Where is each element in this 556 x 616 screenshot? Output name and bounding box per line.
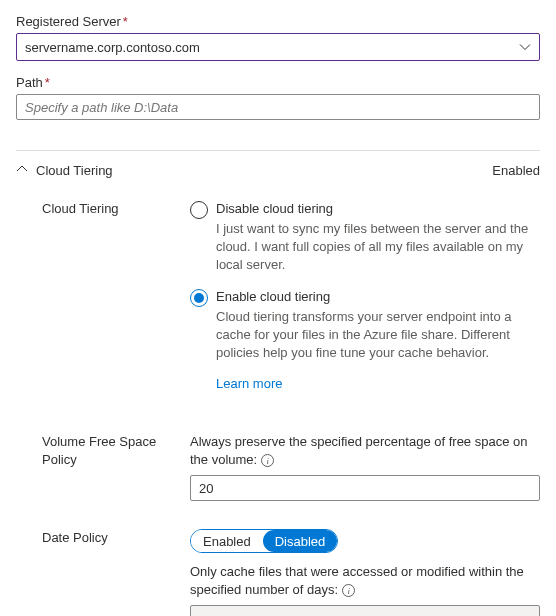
cloud-tiering-section-title: Cloud Tiering	[36, 163, 113, 178]
registered-server-label: Registered Server*	[16, 14, 540, 29]
path-input[interactable]	[16, 94, 540, 120]
disable-option-title: Disable cloud tiering	[216, 200, 540, 218]
chevron-down-icon	[519, 41, 531, 53]
enable-option-desc: Cloud tiering transforms your server end…	[216, 308, 540, 362]
disable-cloud-tiering-option[interactable]: Disable cloud tiering I just want to syn…	[190, 200, 540, 274]
enable-option-title: Enable cloud tiering	[216, 288, 540, 306]
cloud-tiering-field-label: Cloud Tiering	[42, 200, 162, 405]
date-policy-label: Date Policy	[42, 529, 162, 616]
volume-policy-label: Volume Free Space Policy	[42, 433, 162, 501]
path-label: Path*	[16, 75, 540, 90]
toggle-enabled-option[interactable]: Enabled	[191, 530, 263, 552]
radio-checked-icon	[190, 289, 208, 307]
date-policy-input	[190, 605, 540, 616]
volume-policy-input[interactable]	[190, 475, 540, 501]
volume-policy-help: Always preserve the specified percentage…	[190, 433, 540, 469]
info-icon[interactable]: i	[342, 584, 355, 597]
radio-unchecked-icon	[190, 201, 208, 219]
learn-more-link[interactable]: Learn more	[216, 376, 282, 391]
enable-cloud-tiering-option[interactable]: Enable cloud tiering Cloud tiering trans…	[190, 288, 540, 391]
cloud-tiering-status: Enabled	[492, 163, 540, 178]
chevron-up-icon	[16, 163, 28, 178]
registered-server-value: servername.corp.contoso.com	[25, 40, 200, 55]
toggle-disabled-option[interactable]: Disabled	[263, 530, 338, 552]
date-policy-help: Only cache files that were accessed or m…	[190, 563, 540, 599]
info-icon[interactable]: i	[261, 454, 274, 467]
registered-server-select[interactable]: servername.corp.contoso.com	[16, 33, 540, 61]
disable-option-desc: I just want to sync my files between the…	[216, 220, 540, 274]
cloud-tiering-section-header[interactable]: Cloud Tiering Enabled	[16, 150, 540, 182]
date-policy-toggle[interactable]: Enabled Disabled	[190, 529, 338, 553]
